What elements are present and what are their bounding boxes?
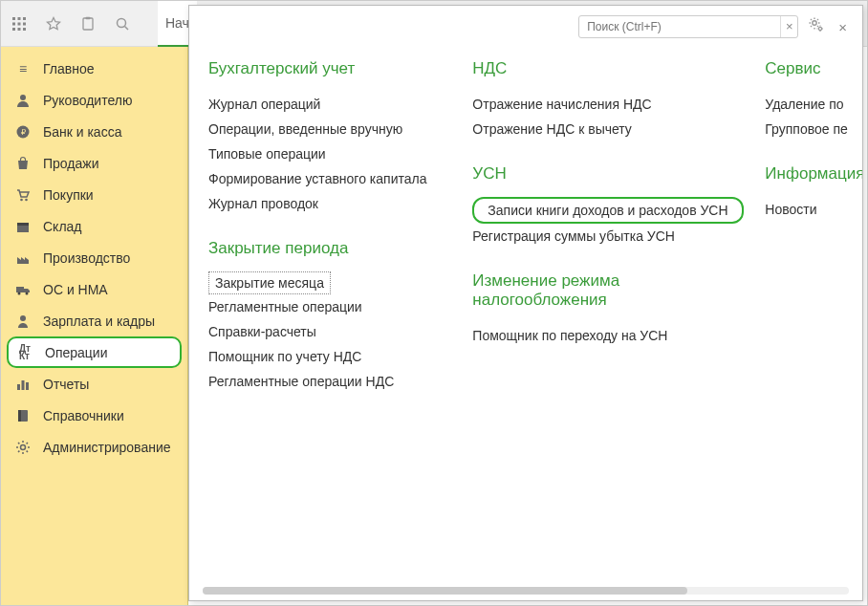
box-icon — [14, 218, 32, 235]
svg-point-22 — [26, 292, 29, 294]
user-icon — [14, 313, 32, 330]
sidebar-item-hr[interactable]: Зарплата и кадры — [1, 305, 187, 336]
menu-icon: ≡ — [14, 60, 32, 77]
sidebar-item-assets[interactable]: ОС и НМА — [1, 273, 187, 305]
sidebar-item-label: Отчеты — [43, 377, 89, 392]
svg-rect-0 — [12, 17, 15, 20]
factory-icon — [14, 249, 32, 267]
svg-rect-24 — [17, 384, 20, 390]
link-manual-operations[interactable]: Операции, введенные вручную — [208, 117, 438, 141]
panel-body: Бухгалтерский учет Журнал операций Опера… — [189, 48, 862, 600]
link-usn-transition-assistant[interactable]: Помощник по переходу на УСН — [472, 323, 730, 348]
svg-text:₽: ₽ — [21, 128, 26, 137]
link-journal-postings[interactable]: Журнал проводок — [208, 191, 438, 216]
section-info: Информация — [765, 164, 862, 184]
settings-icon[interactable] — [808, 16, 825, 38]
link-group[interactable]: Групповое пе — [765, 117, 862, 141]
link-typical-operations[interactable]: Типовые операции — [208, 141, 438, 166]
clipboard-icon[interactable] — [79, 15, 97, 32]
svg-point-23 — [20, 315, 26, 321]
link-month-close[interactable]: Закрытие месяца — [208, 271, 331, 294]
sidebar-item-label: Справочники — [43, 408, 124, 423]
svg-point-13 — [20, 95, 26, 100]
link-delete[interactable]: Удаление по — [765, 92, 862, 117]
link-usn-book-entries[interactable]: Записи книги доходов и расходов УСН — [472, 197, 743, 224]
section-period-close: Закрытие периода — [208, 239, 438, 258]
section-vat: НДС — [472, 59, 730, 78]
sidebar-item-label: Главное — [43, 61, 95, 76]
link-scheduled-ops[interactable]: Регламентные операции — [208, 294, 438, 319]
sidebar: ≡ Главное Руководителю ₽ Банк и касса Пр — [1, 47, 188, 605]
coin-icon: ₽ — [14, 123, 32, 141]
svg-rect-1 — [18, 17, 21, 20]
cart-icon — [14, 186, 32, 204]
search-box[interactable]: × — [578, 15, 798, 38]
sidebar-item-main[interactable]: ≡ Главное — [1, 53, 187, 84]
sidebar-item-production[interactable]: Производство — [1, 242, 187, 273]
panel-column-3: Сервис Удаление по Групповое пе Информац… — [765, 54, 862, 600]
horizontal-scrollbar[interactable] — [203, 587, 849, 595]
apps-icon[interactable] — [11, 15, 28, 32]
search-input[interactable] — [579, 20, 780, 33]
sidebar-item-label: Продажи — [43, 156, 98, 171]
sidebar-item-purchases[interactable]: Покупки — [1, 179, 187, 210]
bag-icon — [14, 155, 32, 172]
link-vat-assistant[interactable]: Помощник по учету НДС — [208, 344, 438, 369]
svg-rect-10 — [86, 16, 91, 19]
link-scheduled-vat[interactable]: Регламентные операции НДС — [208, 369, 438, 394]
sidebar-item-admin[interactable]: Администрирование — [1, 431, 187, 463]
svg-line-12 — [125, 26, 129, 30]
scrollbar-thumb[interactable] — [203, 587, 687, 595]
sidebar-item-label: Производство — [43, 250, 130, 266]
svg-rect-26 — [26, 382, 29, 390]
panel-column-2: НДС Отражение начисления НДС Отражение Н… — [472, 54, 730, 600]
svg-rect-6 — [12, 28, 15, 31]
operations-panel: × × Бухгалтерский учет Журнал операций О… — [188, 5, 863, 601]
sidebar-item-references[interactable]: Справочники — [1, 400, 187, 431]
sidebar-item-label: Руководителю — [43, 93, 132, 108]
panel-toolbar: × × — [189, 6, 862, 48]
sidebar-item-sales[interactable]: Продажи — [1, 147, 187, 179]
link-capital-formation[interactable]: Формирование уставного капитала — [208, 166, 438, 191]
svg-point-30 — [813, 20, 816, 24]
link-journal-operations[interactable]: Журнал операций — [208, 92, 438, 117]
svg-rect-3 — [12, 22, 15, 25]
search-icon[interactable] — [114, 15, 131, 32]
svg-rect-20 — [16, 287, 24, 292]
sidebar-item-operations[interactable]: ДтКт Операции — [7, 336, 182, 368]
section-usn: УСН — [472, 164, 730, 184]
svg-rect-7 — [18, 28, 21, 31]
svg-point-16 — [20, 198, 23, 201]
sidebar-item-label: Банк и касса — [43, 124, 121, 140]
sidebar-item-stock[interactable]: Склад — [1, 210, 187, 242]
svg-rect-5 — [23, 22, 26, 25]
sidebar-item-manager[interactable]: Руководителю — [1, 84, 187, 116]
sidebar-item-reports[interactable]: Отчеты — [1, 368, 187, 400]
section-tax-mode: Изменение режима налогообложения — [472, 271, 730, 310]
svg-rect-25 — [22, 380, 25, 390]
link-news[interactable]: Новости — [765, 197, 862, 222]
svg-rect-19 — [17, 223, 29, 226]
svg-rect-28 — [18, 410, 21, 422]
ops-icon: ДтКт — [16, 344, 33, 361]
panel-column-1: Бухгалтерский учет Журнал операций Опера… — [208, 54, 438, 600]
truck-icon — [14, 281, 32, 298]
sidebar-item-label: ОС и НМА — [43, 282, 108, 297]
sidebar-item-label: Операции — [45, 345, 108, 360]
sidebar-item-bank[interactable]: ₽ Банк и касса — [1, 116, 187, 147]
link-usn-loss-registration[interactable]: Регистрация суммы убытка УСН — [472, 224, 730, 249]
gear-icon — [14, 439, 32, 456]
svg-rect-2 — [23, 17, 26, 20]
link-reference-calcs[interactable]: Справки-расчеты — [208, 319, 438, 344]
clear-search-icon[interactable]: × — [780, 16, 797, 37]
svg-rect-9 — [83, 18, 93, 30]
link-vat-accrual[interactable]: Отражение начисления НДС — [472, 92, 730, 117]
sidebar-item-label: Администрирование — [43, 440, 171, 455]
person-icon — [14, 92, 32, 109]
link-vat-deduction[interactable]: Отражение НДС к вычету — [472, 117, 730, 141]
section-accounting: Бухгалтерский учет — [208, 59, 438, 78]
book-icon — [14, 407, 32, 424]
close-icon[interactable]: × — [835, 19, 851, 35]
star-icon[interactable] — [45, 15, 62, 32]
sidebar-item-label: Покупки — [43, 187, 94, 203]
